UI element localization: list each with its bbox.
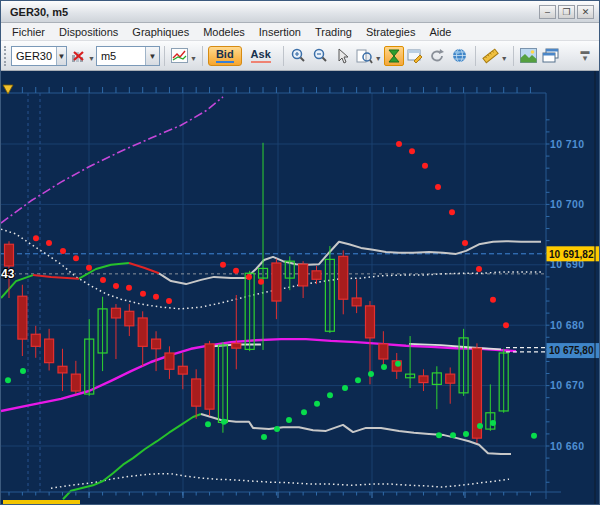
ask-button[interactable]: Ask — [244, 46, 278, 66]
zoom-out-icon[interactable] — [311, 46, 331, 66]
toolbar-overflow-button[interactable]: ▬▾ — [577, 48, 593, 64]
trading-chart-window: GER30, m5 – ❐ ✕ Fichier Dispositions Gra… — [0, 0, 600, 505]
svg-text:43: 43 — [1, 267, 15, 281]
svg-text:10 710: 10 710 — [550, 138, 585, 150]
svg-text:10 670: 10 670 — [550, 379, 585, 391]
chevron-down-icon[interactable]: ▼ — [501, 55, 508, 62]
price-chart[interactable]: 10 71010 70010 69010 68010 67010 66010 6… — [1, 71, 600, 505]
timeframe-value: m5 — [97, 50, 145, 62]
bid-button[interactable]: Bid — [208, 46, 242, 66]
symbol-value: GER30 — [12, 50, 56, 62]
svg-text:10 700: 10 700 — [550, 198, 585, 210]
pointer-icon[interactable] — [333, 46, 353, 66]
maximize-button[interactable]: ❐ — [558, 5, 575, 19]
svg-text:10 660: 10 660 — [550, 440, 585, 452]
symbol-select[interactable]: GER30 ▼ — [11, 46, 67, 66]
snapshot-icon[interactable] — [519, 46, 539, 66]
timeframe-select[interactable]: m5 ▼ — [96, 46, 160, 66]
minimize-button[interactable]: – — [539, 5, 556, 19]
menu-aide[interactable]: Aide — [422, 24, 458, 40]
close-button[interactable]: ✕ — [577, 5, 594, 19]
remove-chart-icon[interactable] — [68, 46, 88, 66]
title-bar[interactable]: GER30, m5 – ❐ ✕ — [1, 1, 599, 23]
chart-type-icon[interactable] — [170, 46, 190, 66]
globe-icon[interactable] — [450, 46, 470, 66]
menu-bar: Fichier Dispositions Graphiques Modeles … — [1, 23, 599, 41]
cascade-windows-icon[interactable] — [541, 46, 561, 66]
menu-graphiques[interactable]: Graphiques — [125, 24, 196, 40]
toolbar: GER30 ▼ ▼ m5 ▼ ▼ Bid Ask — [1, 41, 599, 71]
menu-dispositions[interactable]: Dispositions — [52, 24, 125, 40]
ruler-icon[interactable] — [481, 46, 501, 66]
menu-strategies[interactable]: Strategies — [359, 24, 423, 40]
menu-modeles[interactable]: Modeles — [196, 24, 252, 40]
chevron-down-icon[interactable]: ▼ — [56, 47, 66, 65]
chevron-down-icon[interactable]: ▼ — [145, 47, 159, 65]
refresh-icon[interactable] — [428, 46, 448, 66]
chevron-down-icon[interactable]: ▼ — [375, 55, 382, 62]
svg-text:10 680: 10 680 — [550, 319, 585, 331]
menu-insertion[interactable]: Insertion — [252, 24, 308, 40]
menu-trading[interactable]: Trading — [308, 24, 359, 40]
chevron-down-icon[interactable]: ▼ — [88, 55, 95, 62]
chart-area[interactable]: 10 71010 70010 69010 68010 67010 66010 6… — [1, 71, 600, 505]
toolbar-grip[interactable] — [4, 46, 8, 66]
window-title: GER30, m5 — [1, 6, 539, 18]
menu-fichier[interactable]: Fichier — [5, 24, 52, 40]
fit-scale-icon[interactable] — [384, 46, 404, 66]
chevron-down-icon[interactable]: ▼ — [190, 55, 197, 62]
svg-text:10 675,80: 10 675,80 — [549, 345, 594, 356]
annotate-icon[interactable] — [406, 46, 426, 66]
svg-text:10 691,82: 10 691,82 — [549, 249, 594, 260]
zoom-in-icon[interactable] — [289, 46, 309, 66]
zoom-page-icon[interactable] — [355, 46, 375, 66]
